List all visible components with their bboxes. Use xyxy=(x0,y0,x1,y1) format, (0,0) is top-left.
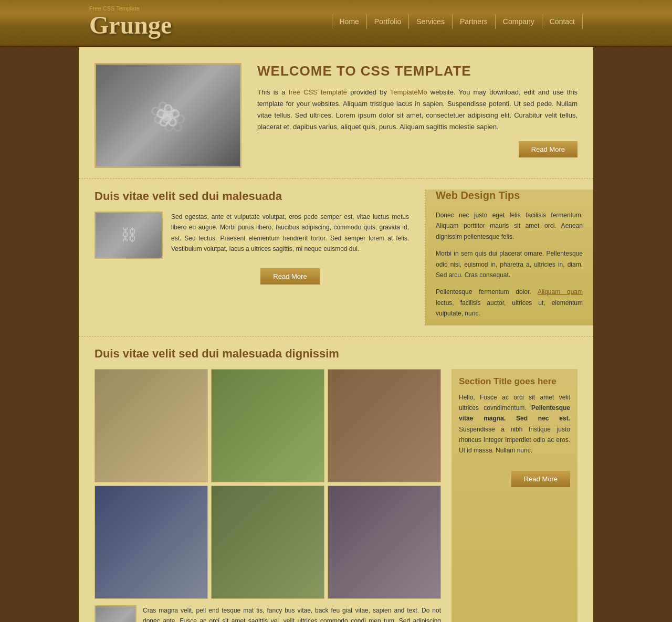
section3-left: Cras magna velit, pell end tesque mat ti… xyxy=(94,369,441,622)
section2-thumb xyxy=(94,212,163,259)
templatemo-link[interactable]: TemplateMo xyxy=(390,88,427,96)
section3-article-row: Cras magna velit, pell end tesque mat ti… xyxy=(94,605,441,622)
logo: Free CSS Template Grunge xyxy=(89,5,172,38)
section2-heading: Duis vitae velit sed dui malesuada xyxy=(94,189,409,203)
section2-text-wrap: Sed egestas, ante et vulputate volutpat,… xyxy=(171,212,409,284)
section2-right-para1: Donec nec justo eget felis facilisis fer… xyxy=(436,210,583,242)
section3-right: Section Title goes here Hello, Fusce ac … xyxy=(452,369,578,622)
section2-body: Sed egestas, ante et vulputate volutpat,… xyxy=(171,212,409,255)
section3-right-body: Hello, Fusce ac orci sit amet velit ultr… xyxy=(459,392,570,456)
section3-article-thumb xyxy=(94,605,136,622)
gallery-thumb-3[interactable] xyxy=(328,369,441,482)
nav-services[interactable]: Services xyxy=(409,14,453,29)
welcome-content: WELCOME TO CSS TEMPLATE This is a free C… xyxy=(257,63,578,168)
nav-partners[interactable]: Partners xyxy=(453,14,496,29)
logo-title: Grunge xyxy=(89,13,172,38)
nav-company[interactable]: Company xyxy=(496,14,542,29)
nav-portfolio[interactable]: Portfolio xyxy=(367,14,409,29)
main-nav: Home Portfolio Services Partners Company… xyxy=(332,14,583,29)
section2-right-para2: Morbi in sem quis dui placerat ornare. P… xyxy=(436,248,583,280)
welcome-body: This is a free CSS template provided by … xyxy=(257,87,578,133)
section3-right-title: Section Title goes here xyxy=(459,376,570,387)
section3-article-content: Cras magna velit, pell end tesque mat ti… xyxy=(143,605,441,622)
nav-contact[interactable]: Contact xyxy=(542,14,583,29)
welcome-section: WELCOME TO CSS TEMPLATE This is a free C… xyxy=(79,47,593,179)
section2-right-para3: Pellentesque fermentum dolor. Aliquam qu… xyxy=(436,287,583,319)
free-css-link[interactable]: free CSS template xyxy=(289,88,347,96)
gallery-thumb-5[interactable] xyxy=(211,486,324,599)
section3: Duis vitae velit sed dui malesuada digni… xyxy=(79,336,593,622)
nav-home[interactable]: Home xyxy=(332,14,367,29)
section2-article: Sed egestas, ante et vulputate volutpat,… xyxy=(94,212,409,284)
section3-cols: Cras magna velit, pell end tesque mat ti… xyxy=(94,369,578,622)
welcome-title: WELCOME TO CSS TEMPLATE xyxy=(257,63,578,79)
section3-article-body: Cras magna velit, pell end tesque mat ti… xyxy=(143,605,441,622)
welcome-photo xyxy=(96,65,240,166)
gallery-thumb-6[interactable] xyxy=(328,486,441,599)
section2-right: Web Design Tips Donec nec justo eget fel… xyxy=(425,189,593,325)
aliquam-link[interactable]: Aliquam quam xyxy=(538,288,583,296)
section3-right-read-more-button[interactable]: Read More xyxy=(511,471,570,487)
section3-heading: Duis vitae velit sed dui malesuada digni… xyxy=(94,347,578,361)
welcome-image xyxy=(94,63,242,168)
section2-read-more-button[interactable]: Read More xyxy=(260,268,319,284)
section2-left: Duis vitae velit sed dui malesuada Sed e… xyxy=(79,189,425,325)
section2-right-heading: Web Design Tips xyxy=(436,189,583,202)
welcome-read-more-button[interactable]: Read More xyxy=(519,141,578,157)
gallery-thumb-4[interactable] xyxy=(94,486,208,599)
gallery-thumb-2[interactable] xyxy=(211,369,324,482)
gallery-thumb-1[interactable] xyxy=(94,369,208,482)
gallery-grid xyxy=(94,369,441,599)
section2: Duis vitae velit sed dui malesuada Sed e… xyxy=(79,179,593,336)
